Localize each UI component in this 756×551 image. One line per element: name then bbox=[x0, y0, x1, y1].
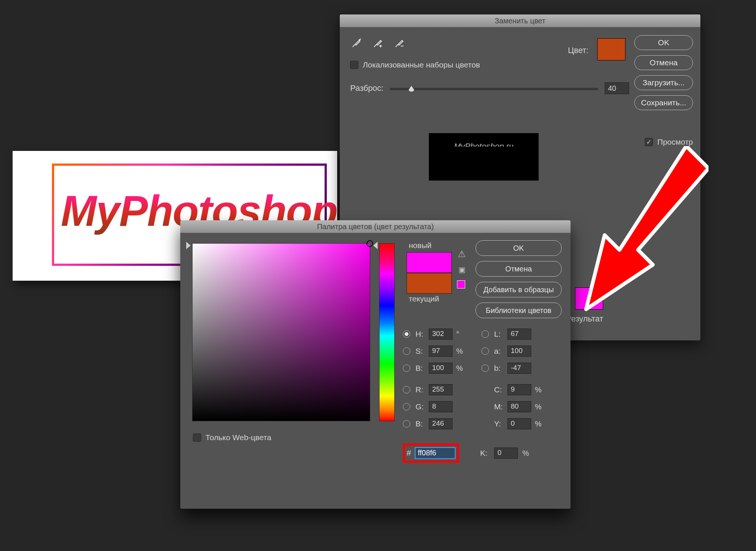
hex-input[interactable]: ff08f6 bbox=[415, 447, 456, 459]
current-color-swatch[interactable] bbox=[407, 273, 452, 294]
fuzziness-input[interactable]: 40 bbox=[605, 82, 629, 94]
y-label: Y: bbox=[494, 419, 504, 428]
a-radio[interactable] bbox=[481, 347, 489, 355]
lab-b-label: b: bbox=[494, 364, 504, 373]
b-unit: % bbox=[456, 364, 464, 373]
a-input[interactable]: 100 bbox=[507, 346, 531, 357]
current-color-label: текущий bbox=[409, 294, 473, 303]
fuzziness-label: Разброс: bbox=[350, 83, 384, 93]
hex-highlight-box: # ff08f6 bbox=[403, 443, 459, 463]
r-radio[interactable] bbox=[403, 386, 410, 393]
web-only-row: Только Web-цвета bbox=[193, 433, 271, 442]
hex-row: # ff08f6 K: 0 % bbox=[403, 443, 530, 463]
color-picker-title: Палитра цветов (цвет результата) bbox=[180, 220, 571, 233]
r-input[interactable]: 255 bbox=[429, 384, 453, 395]
saturation-value-field[interactable] bbox=[192, 243, 370, 421]
g-input[interactable]: 8 bbox=[429, 401, 453, 412]
web-color-swatch-icon[interactable] bbox=[457, 280, 465, 288]
sv-left-arrow-icon bbox=[186, 242, 191, 249]
side-indicator-icons: ⚠ ▣ bbox=[457, 249, 467, 288]
color-picker-dialog: Палитра цветов (цвет результата) новый т… bbox=[180, 220, 571, 509]
preview-label: Просмотр bbox=[657, 138, 693, 146]
b-input[interactable]: 100 bbox=[429, 363, 453, 374]
l-input[interactable]: 67 bbox=[507, 329, 531, 340]
sv-right-arrow-icon bbox=[373, 242, 378, 249]
s-input[interactable]: 97 bbox=[429, 346, 453, 357]
eyedropper-add-icon[interactable] bbox=[372, 37, 384, 49]
cube-icon[interactable]: ▣ bbox=[457, 265, 467, 274]
h-input[interactable]: 302 bbox=[429, 329, 453, 340]
save-button[interactable]: Сохранить... bbox=[634, 95, 693, 110]
s-unit: % bbox=[456, 347, 464, 356]
web-only-label: Только Web-цвета bbox=[206, 433, 271, 442]
web-only-checkbox[interactable] bbox=[193, 433, 201, 442]
a-label: a: bbox=[494, 347, 504, 356]
result-label: Результат bbox=[566, 314, 603, 324]
preview-text: MyPhotoshop.ru bbox=[454, 142, 513, 151]
load-button[interactable]: Загрузить... bbox=[634, 75, 693, 90]
replace-color-title: Заменить цвет bbox=[340, 14, 700, 27]
l-label: L: bbox=[494, 330, 504, 339]
fuzziness-thumb-icon[interactable] bbox=[408, 85, 415, 92]
c-input[interactable]: 9 bbox=[507, 384, 531, 395]
l-radio[interactable] bbox=[481, 330, 489, 338]
y-unit: % bbox=[535, 420, 543, 428]
h-label: H: bbox=[415, 330, 425, 339]
result-color-swatch[interactable] bbox=[575, 287, 603, 310]
replace-buttons: OK Отмена Загрузить... Сохранить... bbox=[634, 35, 693, 110]
m-unit: % bbox=[535, 403, 543, 411]
picker-buttons: OK Отмена Добавить в образцы Библиотеки … bbox=[476, 240, 562, 318]
b-radio[interactable] bbox=[403, 364, 410, 372]
b-label: B: bbox=[415, 364, 425, 373]
m-input[interactable]: 80 bbox=[507, 401, 531, 412]
r-label: R: bbox=[415, 385, 425, 394]
m-label: M: bbox=[494, 402, 504, 411]
source-color-swatch[interactable] bbox=[597, 38, 625, 60]
c-unit: % bbox=[535, 386, 543, 394]
y-input[interactable]: 0 bbox=[507, 418, 531, 429]
add-to-swatches-button[interactable]: Добавить в образцы bbox=[476, 282, 562, 297]
k-input[interactable]: 0 bbox=[494, 448, 518, 459]
color-libraries-button[interactable]: Библиотеки цветов bbox=[476, 303, 562, 318]
eyedropper-icon[interactable] bbox=[350, 37, 363, 49]
gamut-warning-icon[interactable]: ⚠ bbox=[457, 249, 467, 259]
localized-clusters-row: Локализованные наборы цветов bbox=[350, 60, 480, 69]
lab-b-input[interactable]: -47 bbox=[507, 363, 531, 374]
hash-label: # bbox=[407, 448, 411, 458]
rgb-b-label: B: bbox=[415, 419, 425, 428]
rgb-b-input[interactable]: 246 bbox=[429, 418, 453, 429]
ok-button[interactable]: OK bbox=[634, 35, 693, 50]
h-radio[interactable] bbox=[403, 330, 410, 338]
lab-b-radio[interactable] bbox=[481, 364, 489, 372]
eyedropper-subtract-icon[interactable] bbox=[393, 37, 406, 49]
picker-cancel-button[interactable]: Отмена bbox=[476, 261, 562, 277]
localized-clusters-checkbox[interactable] bbox=[350, 61, 358, 69]
h-unit: ° bbox=[456, 330, 464, 339]
g-label: G: bbox=[415, 402, 425, 411]
hue-slider[interactable] bbox=[379, 243, 395, 421]
rgb-b-radio[interactable] bbox=[403, 420, 410, 428]
selection-preview: MyPhotoshop.ru bbox=[429, 133, 539, 181]
g-radio[interactable] bbox=[403, 403, 410, 410]
color-values-grid: H: 302 ° L: 67 S: 97 % a: 100 B: bbox=[403, 326, 559, 432]
s-label: S: bbox=[415, 347, 425, 356]
fuzziness-slider[interactable] bbox=[390, 88, 598, 90]
preview-checkbox[interactable] bbox=[645, 138, 653, 146]
localized-clusters-label: Локализованные наборы цветов bbox=[363, 60, 480, 69]
picker-ok-button[interactable]: OK bbox=[476, 240, 562, 256]
new-color-swatch[interactable] bbox=[407, 252, 452, 273]
fuzziness-row: Разброс: 40 bbox=[350, 82, 629, 94]
preview-row: Просмотр bbox=[645, 138, 693, 146]
sv-cursor-icon bbox=[367, 240, 373, 247]
k-label: K: bbox=[480, 449, 490, 458]
eyedropper-toolbar bbox=[350, 37, 406, 49]
s-radio[interactable] bbox=[403, 347, 410, 355]
c-label: C: bbox=[494, 385, 504, 394]
cancel-button[interactable]: Отмена bbox=[634, 55, 693, 70]
k-unit: % bbox=[522, 449, 530, 458]
source-color-label: Цвет: bbox=[568, 46, 588, 55]
